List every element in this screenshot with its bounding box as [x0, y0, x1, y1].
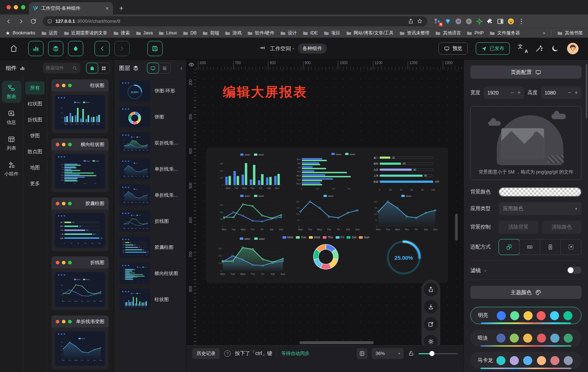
browser-tab[interactable]: 工作空间-各种组件 ×	[29, 2, 113, 14]
layer-item[interactable]: data1data2SunSatFriThuWedTueMon010020030…	[119, 263, 183, 284]
component-card[interactable]: 单折线渐变图050100150200data1MonTueWedThuFriSa…	[51, 315, 109, 369]
bookmark-folder[interactable]: 近期需要读的文章	[64, 30, 108, 36]
help-icon[interactable]: ?	[224, 350, 231, 357]
layer-item[interactable]: 饼图	[119, 106, 183, 128]
category-item[interactable]: 散点图	[25, 145, 45, 158]
bookmark-folder[interactable]: PHP	[467, 30, 484, 36]
browser-menu-icon[interactable]	[518, 18, 522, 25]
side-panel-icon[interactable]	[497, 18, 504, 25]
component-card[interactable]: 横向柱状图data1data2SunSatFriThuWedTueMon0100…	[51, 138, 109, 192]
category-item[interactable]: 柱状图	[25, 97, 45, 110]
single-view-toggle[interactable]	[86, 63, 98, 74]
sidebar-item-图表[interactable]: 图表	[2, 81, 21, 103]
site-info-icon[interactable]	[47, 18, 52, 24]
chevron-right-icon[interactable]: ›	[484, 268, 486, 273]
sidebar-item-信息[interactable]: 信息	[2, 106, 21, 129]
category-item[interactable]: 地图	[25, 161, 45, 174]
width-minus-button[interactable]: −	[511, 90, 514, 96]
share-icon[interactable]	[408, 18, 414, 24]
bookmarks-overflow[interactable]: »	[543, 30, 545, 35]
bookmarks-root[interactable]: Bookmarks	[5, 30, 35, 36]
back-icon[interactable]	[4, 16, 14, 26]
canvas-body[interactable]: 编辑大屏报表 0100200300data1data2MonTueWedThuF…	[196, 70, 463, 345]
fit-scale-button[interactable]	[499, 239, 520, 255]
layer-item[interactable]: 0100200300data1data2MonTueWedThuFriSatSu…	[119, 132, 183, 154]
layer-item[interactable]: 25.00%饼图-环形	[119, 80, 183, 101]
chart-component-bar-grouped[interactable]: 0100200300data1data2MonTueWedThuFriSatSu…	[212, 152, 287, 193]
theme-row-明亮[interactable]: 明亮	[470, 307, 581, 324]
panel-scrollbar[interactable]	[586, 64, 587, 118]
height-plus-button[interactable]: +	[575, 90, 578, 96]
url-bar[interactable]: 127.0.0.1 :3000/#/chart/home/9	[43, 16, 427, 26]
chart-mode-button[interactable]	[28, 41, 43, 56]
zoom-slider-knob[interactable]	[429, 351, 434, 356]
sidebar-item-小组件[interactable]: 小组件	[2, 158, 21, 180]
close-tab-icon[interactable]: ×	[105, 5, 109, 11]
component-thumbnail[interactable]: 0100200300data1data2MonTueWedThuFriSatSu…	[55, 272, 105, 307]
forward-icon[interactable]	[16, 16, 26, 26]
bookmark-folder[interactable]: 软件/硬件	[247, 30, 274, 36]
user-avatar[interactable]	[567, 43, 579, 54]
theme-row-暗淡[interactable]: 暗淡	[470, 329, 581, 347]
zoom-window-button[interactable]	[21, 5, 25, 9]
lock-icon[interactable]	[408, 350, 414, 356]
chart-component-ring-progress[interactable]: 25.00%	[365, 234, 443, 280]
width-plus-button[interactable]: +	[517, 90, 521, 96]
bookmark-folder[interactable]: 资讯未整理	[399, 30, 430, 36]
chart-component-line-gradient[interactable]: 050100150200data1MonTueWedThuFriSatSun	[365, 193, 443, 234]
background-upload-dropzone[interactable]: 背景图需小于 5M ，格式为 png/jpg/gif 的文件	[470, 106, 581, 180]
sidebar-item-列表[interactable]: 列表	[2, 132, 21, 154]
minimize-window-button[interactable]	[14, 5, 18, 9]
vertical-scrollbar[interactable]	[455, 214, 458, 241]
layer-item[interactable]: 厦门20南阳40北京60上海80新疆100020406080100胶囊柱图	[119, 237, 183, 258]
history-button[interactable]: 历史记录	[192, 348, 220, 359]
chart-component-line-dual[interactable]: 0100200300data1data2MonTueWedThuFriSatSu…	[212, 193, 287, 234]
clear-color-button[interactable]: 清除颜色	[542, 221, 582, 234]
component-thumbnail[interactable]: 厦门20南阳40北京60上海80新疆100020406080100	[55, 213, 105, 248]
background-color-swatch[interactable]	[499, 187, 581, 197]
puzzle-extensions-icon[interactable]	[486, 18, 494, 25]
zoom-select[interactable]: 36%▾	[372, 348, 404, 359]
chart-component-bar-capsule[interactable]: 厦门20南阳40北京60上海80新疆100020406080100	[365, 152, 443, 193]
thumbnail-view-toggle[interactable]	[147, 63, 159, 74]
component-card[interactable]: 胶囊柱图厦门20南阳40北京60上海80新疆100020406080100	[51, 197, 109, 251]
component-card[interactable]: 折线图0100200300data1data2MonTueWedThuFriSa…	[51, 256, 109, 310]
collapse-panel-icon[interactable]: ‹	[179, 64, 184, 72]
close-window-button[interactable]	[7, 5, 11, 9]
layer-item[interactable]: 0100200300data1data2MonTueWedThuFriSatSu…	[119, 289, 183, 310]
bookmark-folder[interactable]: Linux	[159, 30, 177, 36]
bookmark-folder[interactable]: 设计	[280, 30, 297, 36]
bookmark-folder[interactable]: 搜索	[113, 30, 130, 36]
theme-color-header[interactable]: 主题颜色	[470, 286, 581, 299]
app-type-select[interactable]: 应用颜色 ▾	[499, 202, 581, 215]
horizontal-scrollbar[interactable]	[299, 341, 374, 344]
bookmark-folder[interactable]: 游戏	[225, 30, 242, 36]
preview-button[interactable]: 预览	[438, 42, 468, 55]
chart-component-pie-donut[interactable]: MonTueWedThuFriSatSun	[287, 234, 365, 280]
bookmark-folder[interactable]: 网站/博客/文章/工具	[346, 30, 394, 36]
layout-panel-icon[interactable]	[357, 348, 368, 359]
component-thumbnail[interactable]: data1data2SunSatFriThuWedTueMon010020030…	[55, 154, 105, 189]
fit-width-button[interactable]	[519, 239, 540, 255]
save-button[interactable]	[147, 41, 163, 56]
component-thumbnail[interactable]: 050100150200data1MonTueWedThuFriSatSun	[55, 331, 105, 366]
magic-wand-icon[interactable]	[535, 45, 543, 53]
category-item[interactable]: 折线图	[25, 113, 45, 126]
eye-icon[interactable]	[186, 60, 196, 70]
width-input[interactable]: 1920 − +	[484, 87, 524, 99]
command-extension-icon[interactable]: ⌘	[455, 18, 462, 25]
height-input[interactable]: 1080 − +	[541, 87, 581, 99]
home-icon[interactable]	[9, 44, 18, 53]
new-tab-button[interactable]: +	[116, 3, 127, 14]
dot-extension-icon[interactable]	[465, 18, 472, 25]
star-extension-icon[interactable]	[476, 18, 483, 25]
grid-view-toggle[interactable]	[98, 63, 110, 73]
profile-avatar-icon[interactable]	[507, 18, 514, 25]
publish-button[interactable]: 已发布	[476, 42, 510, 55]
bookmark-folder[interactable]: IDE	[303, 30, 318, 36]
component-card[interactable]: 柱状图0100200300data1data2MonTueWedThuFriSa…	[51, 79, 109, 133]
bookmark-folder[interactable]: Java	[136, 30, 153, 36]
dashboard-board[interactable]: 0100200300data1data2MonTueWedThuFriSatSu…	[206, 147, 448, 283]
zoom-slider[interactable]	[419, 351, 458, 356]
chart-component-area-dual[interactable]: 0100200300data1data2MonTueWedThuFriSatSu…	[212, 234, 287, 280]
